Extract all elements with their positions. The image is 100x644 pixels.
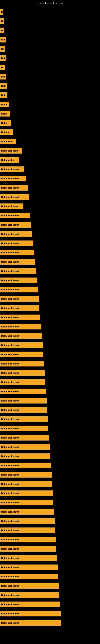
- bar[interactable]: Bottleneck result: [0, 518, 54, 524]
- bar[interactable]: Bottleneck result: [0, 463, 51, 468]
- bar-row: Bottleneck result: [0, 192, 100, 202]
- bar[interactable]: Bottleneck result: [0, 388, 46, 394]
- bar[interactable]: Bottleneck result: [0, 444, 50, 450]
- bar[interactable]: B: [0, 18, 3, 24]
- bar[interactable]: Bottleneck result: [0, 546, 56, 552]
- bar[interactable]: Bottleneck result: [0, 213, 30, 218]
- bar[interactable]: Bottleneck result: [0, 583, 59, 589]
- bar-row: Bottleneck result: [0, 424, 100, 433]
- bar-row: Bottleneck result: [0, 535, 100, 544]
- bar[interactable]: Bottleneck result: [0, 407, 47, 413]
- bar[interactable]: Bo: [0, 64, 5, 70]
- bar[interactable]: Bott: [0, 55, 6, 61]
- bar-row: Bottleneck result: [0, 554, 100, 562]
- bar-row: Bottleneck result: [0, 582, 100, 590]
- bar[interactable]: Bottleneck r: [0, 157, 19, 163]
- bar[interactable]: Bottleneck result: [0, 537, 56, 542]
- bar[interactable]: Bottleneck result: [0, 296, 39, 302]
- bar-row: Bottleneck result: [0, 220, 100, 229]
- bar[interactable]: Bottleneck result: [0, 370, 45, 376]
- bar[interactable]: Bottleneck result: [0, 324, 41, 330]
- bar-row: Bo: [0, 63, 100, 72]
- bar[interactable]: Bottleneck result: [0, 416, 48, 422]
- bar[interactable]: Bottleneck result: [0, 361, 44, 366]
- bar-label: Bott: [1, 57, 6, 59]
- bar-row: Bottleneck result: [0, 341, 100, 350]
- bar-row: Bottleneck result: [0, 359, 100, 368]
- bar-row: Bottle: [0, 118, 100, 128]
- bar[interactable]: Bottleneck result: [0, 555, 57, 561]
- bar[interactable]: Bo: [0, 46, 5, 52]
- bar[interactable]: Bottleneck: [0, 139, 16, 144]
- bar[interactable]: Bottleneck result: [0, 481, 52, 487]
- bar-label: Bott: [1, 85, 6, 87]
- bar[interactable]: Bottleneck result: [0, 305, 39, 311]
- bar[interactable]: Bottleneck result: [0, 454, 50, 459]
- bar-label: Bottleneck result: [1, 612, 19, 615]
- bar-label: Bo: [1, 66, 4, 69]
- bar[interactable]: Bottleneck result: [0, 176, 26, 181]
- bar[interactable]: Bottleneck result: [0, 342, 43, 348]
- bar[interactable]: Bottle: [0, 102, 9, 107]
- bar[interactable]: Bottleneck result: [0, 490, 53, 496]
- bar[interactable]: Bottleneck result: [0, 278, 37, 283]
- bar-row: Bottleneck result: [0, 480, 100, 488]
- bar-row: Bott: [0, 91, 100, 100]
- bar[interactable]: Bottleneck result: [0, 166, 24, 172]
- bar[interactable]: Bottleneck result: [0, 528, 55, 533]
- bar-label: Bo: [1, 29, 4, 32]
- bar[interactable]: Bottleneck result: [0, 185, 28, 190]
- bar-label: Bottleneck result: [1, 353, 19, 356]
- bar-label: Bottleneck result: [1, 260, 19, 263]
- bar[interactable]: Bottleneck result: [0, 333, 42, 339]
- bar-row: Bottleneck result: [0, 230, 100, 238]
- bar[interactable]: Bottleneck result: [0, 564, 58, 570]
- bar[interactable]: Bo: [0, 28, 4, 33]
- bar[interactable]: B: [0, 9, 3, 15]
- bar[interactable]: Bottleneck result: [0, 222, 31, 228]
- bar-label: Bottleneck: [1, 140, 12, 143]
- bar[interactable]: Bottleneck result: [0, 268, 36, 274]
- bar-label: Bottleneck result: [1, 344, 19, 346]
- bar[interactable]: Bottleneck result: [0, 472, 51, 478]
- bar-label: B: [1, 20, 3, 22]
- bar-label: Bottleneck result: [1, 362, 19, 365]
- bar[interactable]: Bottleneck result: [0, 287, 38, 292]
- bar-label: Bottleneck result: [1, 418, 19, 420]
- bar[interactable]: Bottleneck result: [0, 379, 46, 385]
- bar[interactable]: Bot: [0, 37, 6, 42]
- bar[interactable]: Bottleneck result: [0, 259, 35, 265]
- bar[interactable]: Bottleneck result: [0, 620, 61, 626]
- bar[interactable]: Bottleneck result: [0, 592, 59, 598]
- bar[interactable]: Bottle: [0, 120, 11, 126]
- bar-row: Bottlen: [0, 128, 100, 137]
- bar[interactable]: Bottle: [0, 111, 10, 116]
- bar[interactable]: Bottleneck result: [0, 398, 47, 404]
- bar-row: Bottleneck result: [0, 285, 100, 294]
- bar[interactable]: Bottleneck result: [0, 194, 29, 200]
- bar[interactable]: Bottleneck result: [0, 509, 54, 514]
- bars-container: BBBoBotBoBottBoBotBottBottBottleBottleBo…: [0, 6, 100, 630]
- bar[interactable]: Bottleneck result: [0, 314, 40, 320]
- bar[interactable]: Bott: [0, 83, 7, 89]
- bar[interactable]: Bottleneck result: [0, 231, 32, 237]
- bar[interactable]: Bottleneck resu: [0, 204, 23, 209]
- bar[interactable]: Bottleneck result: [0, 426, 49, 431]
- bar[interactable]: Bottleneck result: [0, 602, 60, 607]
- bar[interactable]: Bottleneck result: [0, 500, 53, 505]
- bar[interactable]: Bottleneck result: [0, 611, 61, 616]
- bar[interactable]: Bottleneck result: [0, 250, 34, 256]
- bar-row: Bottleneck result: [0, 368, 100, 377]
- bar[interactable]: Bot: [0, 74, 6, 80]
- bar-label: Bottleneck result: [1, 538, 19, 541]
- bar[interactable]: Bottlen: [0, 130, 13, 135]
- bar[interactable]: Bottleneck result: [0, 435, 49, 440]
- bar-label: Bottleneck result: [1, 381, 19, 384]
- bar-label: Bo: [1, 48, 4, 50]
- bar[interactable]: Bottleneck result: [0, 352, 43, 357]
- bar[interactable]: Bottleneck resu: [0, 148, 22, 154]
- bar[interactable]: Bottleneck result: [0, 574, 58, 580]
- bar[interactable]: Bottleneck result: [0, 240, 33, 246]
- bar[interactable]: Bott: [0, 92, 7, 98]
- bar-row: Bottle: [0, 100, 100, 109]
